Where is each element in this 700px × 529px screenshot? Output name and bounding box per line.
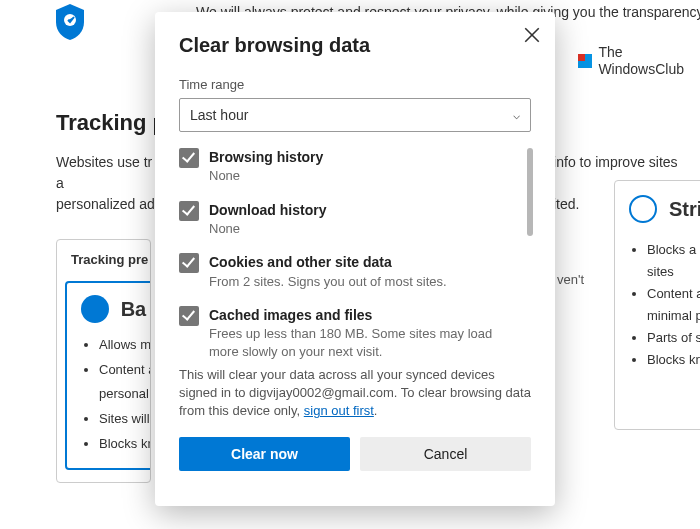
- list-item: Parts of sit: [647, 327, 700, 349]
- option-cookies: Cookies and other site data From 2 sites…: [179, 253, 525, 290]
- time-range-value: Last hour: [190, 107, 248, 123]
- option-title: Cookies and other site data: [209, 253, 525, 271]
- option-title: Download history: [209, 201, 525, 219]
- checkbox-browsing-history[interactable]: [179, 148, 199, 168]
- option-download-history: Download history None: [179, 201, 525, 238]
- card-title: Tracking pre: [71, 252, 136, 267]
- option-title: Browsing history: [209, 148, 525, 166]
- option-browsing-history: Browsing history None: [179, 148, 525, 185]
- brand-text: TheWindowsClub: [598, 44, 684, 78]
- clear-browsing-data-dialog: Clear browsing data Time range Last hour…: [155, 12, 555, 506]
- tracking-pref-card: Tracking pre Ba Allows m Content a perso…: [56, 239, 151, 483]
- option-sub: None: [209, 167, 525, 185]
- checkbox-cookies[interactable]: [179, 253, 199, 273]
- dialog-title: Clear browsing data: [179, 34, 531, 57]
- list-item: Allows m: [99, 333, 151, 358]
- list-item: Content a personal: [99, 358, 151, 407]
- options-list: Browsing history None Download history N…: [179, 148, 531, 362]
- balanced-card[interactable]: Ba Allows m Content a personal Sites wil…: [65, 281, 151, 470]
- close-icon[interactable]: [523, 26, 541, 44]
- brand-logo: TheWindowsClub: [578, 44, 684, 78]
- windows-logo-icon: [578, 54, 592, 68]
- list-item: Blocks kno: [647, 349, 700, 371]
- list-item: Blocks kn: [99, 432, 151, 457]
- sync-devices-note: This will clear your data across all you…: [179, 366, 531, 421]
- privacy-shield-icon: [50, 2, 90, 42]
- scrollbar-thumb[interactable]: [527, 148, 533, 236]
- time-range-select[interactable]: Last hour ⌵: [179, 98, 531, 132]
- option-sub: None: [209, 220, 525, 238]
- list-item: Blocks a m sites: [647, 239, 700, 283]
- option-sub: From 2 sites. Signs you out of most site…: [209, 273, 525, 291]
- cancel-button[interactable]: Cancel: [360, 437, 531, 471]
- checkbox-cached-images[interactable]: [179, 306, 199, 326]
- sign-out-link[interactable]: sign out first: [304, 403, 374, 418]
- list-item: Content an minimal pe: [647, 283, 700, 327]
- list-item: Sites will: [99, 407, 151, 432]
- option-title: Cached images and files: [209, 306, 525, 324]
- option-cached-images: Cached images and files Frees up less th…: [179, 306, 525, 360]
- balanced-title: Ba: [121, 298, 147, 321]
- checkbox-download-history[interactable]: [179, 201, 199, 221]
- time-range-label: Time range: [179, 77, 531, 92]
- card-snippet: ven't: [557, 272, 584, 287]
- chevron-down-icon: ⌵: [513, 108, 520, 122]
- strict-icon: [629, 195, 657, 223]
- strict-card[interactable]: Stri Blocks a m sites Content an minimal…: [614, 180, 700, 430]
- balanced-icon: [81, 295, 109, 323]
- strict-title: Stri: [669, 198, 700, 221]
- option-sub: Frees up less than 180 MB. Some sites ma…: [209, 325, 525, 360]
- clear-now-button[interactable]: Clear now: [179, 437, 350, 471]
